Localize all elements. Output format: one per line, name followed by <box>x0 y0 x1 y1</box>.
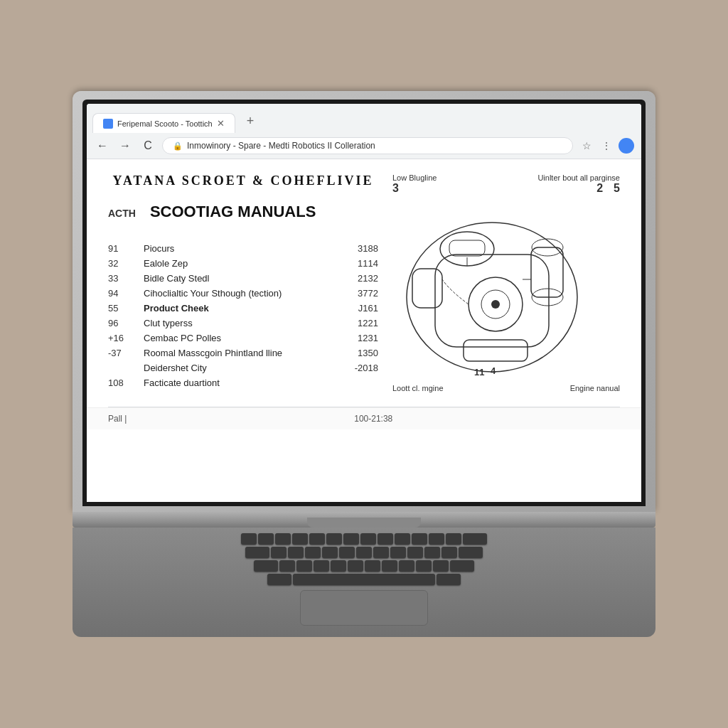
svg-point-10 <box>491 300 500 309</box>
key[interactable] <box>305 547 321 558</box>
key[interactable] <box>331 560 346 572</box>
svg-rect-7 <box>412 269 442 308</box>
toc-num: 55 <box>108 303 144 314</box>
key[interactable] <box>382 560 397 572</box>
keyboard-row-3 <box>254 560 474 572</box>
toolbar-actions: ☆ ⋮ <box>579 138 634 154</box>
key[interactable] <box>339 547 355 558</box>
key[interactable] <box>254 560 278 572</box>
toc-num: 32 <box>108 258 144 269</box>
toc-row: Deidershet City-2018 <box>108 360 378 375</box>
toc-label: Clut typerss <box>144 318 336 328</box>
profile-icon[interactable] <box>619 138 634 154</box>
toc-label: Cihoclialtic Your Sthough (tection) <box>144 288 336 299</box>
toc-page: 3188 <box>336 243 378 254</box>
menu-icon[interactable]: ⋮ <box>599 138 614 154</box>
forward-button[interactable]: → <box>117 137 134 154</box>
key[interactable] <box>446 533 461 545</box>
key[interactable] <box>433 560 449 572</box>
left-content: YATANA SCROET & COHEFLIVIE ACTH SCOOTIAG… <box>108 173 378 392</box>
key[interactable] <box>429 533 444 545</box>
svg-rect-4 <box>531 247 563 297</box>
key[interactable] <box>395 533 410 545</box>
key[interactable] <box>322 547 338 558</box>
keyboard-row-1 <box>241 533 487 545</box>
key[interactable] <box>463 533 487 545</box>
svg-text:4: 4 <box>491 365 496 376</box>
toc-row: 32Ealole Zep1114 <box>108 256 378 271</box>
toc-label: Piocurs <box>144 243 336 254</box>
address-bar[interactable]: 🔒 Inmowinory - Spare - Medti Robotics II… <box>162 137 573 154</box>
toc-num: 91 <box>108 243 144 254</box>
laptop: Feripemal Scooto - Toottich ✕ + ← → C 🔒 <box>73 91 655 637</box>
toc-num: -37 <box>108 348 144 358</box>
key[interactable] <box>275 533 291 545</box>
key[interactable] <box>365 560 380 572</box>
key[interactable] <box>373 547 389 558</box>
tab-favicon <box>103 119 113 129</box>
section-header: ACTH SCOOTIAG MANUALS <box>108 203 378 232</box>
key[interactable] <box>271 547 287 558</box>
key[interactable] <box>245 547 269 558</box>
toc-num: 96 <box>108 318 144 328</box>
key[interactable] <box>399 560 414 572</box>
diagram-label-engine-left: Loott cl. mgine <box>392 384 444 392</box>
key[interactable] <box>424 547 440 558</box>
toc-label: Product Cheek <box>144 303 336 314</box>
key[interactable] <box>258 533 274 545</box>
key[interactable] <box>326 533 342 545</box>
svg-text:11: 11 <box>474 367 484 378</box>
toc-label: Roomal Masscgoin Phintland lline <box>144 348 336 358</box>
toc-page: 1221 <box>336 318 378 328</box>
laptop-keyboard <box>73 528 655 637</box>
key[interactable] <box>314 560 329 572</box>
trackpad[interactable] <box>300 590 428 626</box>
reload-button[interactable]: C <box>139 137 156 154</box>
toc-page: 1231 <box>336 333 378 343</box>
laptop-lid: Feripemal Scooto - Toottich ✕ + ← → C 🔒 <box>73 91 655 512</box>
lock-icon: 🔒 <box>173 141 183 151</box>
key[interactable] <box>437 574 461 585</box>
toc-page: J161 <box>336 303 378 314</box>
laptop-base <box>73 512 655 528</box>
key[interactable] <box>241 533 257 545</box>
key[interactable] <box>450 560 474 572</box>
browser-chrome: Feripemal Scooto - Toottich ✕ + ← → C 🔒 <box>87 104 641 159</box>
key[interactable] <box>360 533 376 545</box>
key[interactable] <box>416 560 432 572</box>
toc-num: 33 <box>108 273 144 284</box>
table-of-contents: 91Piocurs318832Ealole Zep111433Bidle Cat… <box>108 241 378 390</box>
toc-label: Deidershet City <box>144 363 336 373</box>
key[interactable] <box>296 560 312 572</box>
key[interactable] <box>390 547 406 558</box>
key[interactable] <box>288 547 304 558</box>
key[interactable] <box>279 560 295 572</box>
spacebar-key[interactable] <box>293 574 435 585</box>
toc-page: -2018 <box>336 363 378 373</box>
key[interactable] <box>292 533 308 545</box>
key[interactable] <box>356 547 372 558</box>
key[interactable] <box>343 533 359 545</box>
key[interactable] <box>441 547 457 558</box>
key[interactable] <box>348 560 363 572</box>
key[interactable] <box>267 574 291 585</box>
key[interactable] <box>309 533 325 545</box>
toc-row: 94Cihoclialtic Your Sthough (tection)377… <box>108 286 378 301</box>
footer-left: Pall | <box>108 414 127 424</box>
page-content: YATANA SCROET & COHEFLIVIE ACTH SCOOTIAG… <box>87 159 641 407</box>
bookmark-icon[interactable]: ☆ <box>579 138 594 154</box>
new-tab-button[interactable]: + <box>240 109 262 133</box>
back-button[interactable]: ← <box>94 137 111 154</box>
key[interactable] <box>407 547 423 558</box>
acth-label: ACTH <box>108 208 136 219</box>
key[interactable] <box>378 533 393 545</box>
keyboard-spacebar-row <box>267 574 461 585</box>
tab-label: Feripemal Scooto - Toottich <box>117 119 213 128</box>
tab-close-icon[interactable]: ✕ <box>217 118 225 129</box>
toc-num: 94 <box>108 288 144 299</box>
key[interactable] <box>459 547 483 558</box>
engine-svg: 11 4 <box>392 198 592 382</box>
key[interactable] <box>412 533 427 545</box>
toc-row: 55Product CheekJ161 <box>108 301 378 316</box>
active-tab[interactable]: Feripemal Scooto - Toottich ✕ <box>92 113 235 133</box>
